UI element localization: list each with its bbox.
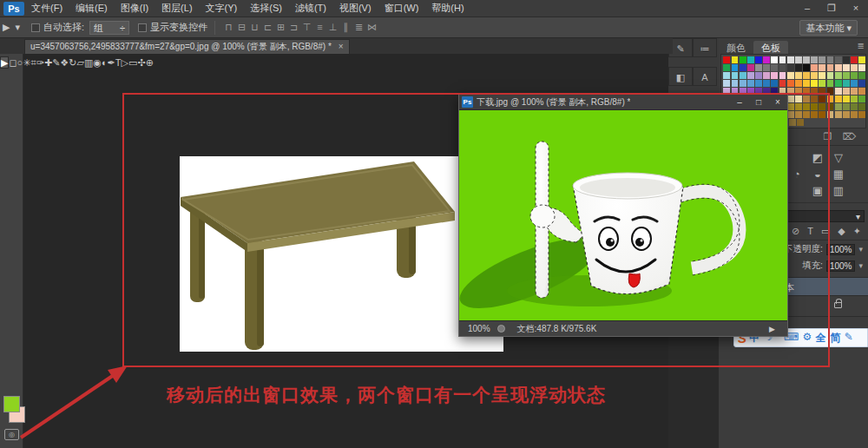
tool-button[interactable]: ▱ bbox=[76, 57, 83, 68]
adjustment-icon[interactable]: ▦ bbox=[832, 168, 845, 181]
color-swatch[interactable] bbox=[747, 80, 754, 87]
color-swatch[interactable] bbox=[747, 64, 754, 71]
color-swatch[interactable] bbox=[732, 80, 739, 87]
chevron-down-icon[interactable]: ▾ bbox=[858, 261, 863, 270]
color-swatch[interactable] bbox=[732, 72, 739, 79]
align-icon[interactable]: ⊓ bbox=[222, 22, 235, 33]
tool-button[interactable]: ▭ bbox=[128, 57, 137, 68]
color-swatch[interactable] bbox=[795, 103, 802, 110]
align-icon[interactable]: ⊟ bbox=[235, 22, 248, 33]
align-icon[interactable]: ⊤ bbox=[300, 22, 313, 33]
tool-button[interactable]: ⊕ bbox=[146, 57, 154, 68]
tool-button[interactable]: ✑ bbox=[36, 57, 44, 68]
color-swatch[interactable] bbox=[851, 64, 858, 71]
adjustment-icon[interactable]: ▽ bbox=[832, 151, 845, 164]
window-control-button[interactable]: – bbox=[795, 3, 819, 14]
show-transform-checkbox[interactable] bbox=[138, 23, 147, 32]
menu-item[interactable]: 文件(F) bbox=[31, 2, 62, 15]
layer-filter-icon[interactable]: ◆ bbox=[838, 226, 845, 237]
align-icon[interactable]: ∥ bbox=[339, 22, 352, 33]
color-swatch[interactable] bbox=[858, 103, 865, 110]
tool-preset-caret-icon[interactable]: ▾ bbox=[15, 22, 20, 33]
color-swatch[interactable] bbox=[851, 72, 858, 79]
color-swatch[interactable] bbox=[779, 80, 786, 87]
color-swatch[interactable] bbox=[827, 88, 834, 95]
layer-filter-icon[interactable]: ▭ bbox=[821, 226, 830, 237]
color-swatch[interactable] bbox=[819, 80, 825, 87]
color-swatch[interactable] bbox=[803, 111, 810, 118]
color-swatch[interactable] bbox=[835, 111, 842, 118]
color-swatch[interactable] bbox=[795, 88, 802, 95]
color-swatch[interactable] bbox=[740, 56, 746, 63]
quick-mask-button[interactable]: ◎ bbox=[4, 429, 19, 440]
window-control-button[interactable]: ❐ bbox=[819, 3, 844, 14]
color-swatch[interactable] bbox=[851, 103, 858, 110]
floating-window-titlebar[interactable]: Ps 下载.jpg @ 100% (背景 副本, RGB/8#) * –□× bbox=[459, 95, 787, 110]
tool-button[interactable]: ▷ bbox=[122, 57, 128, 68]
ime-toolbar-icon[interactable]: ⚙ bbox=[802, 331, 812, 346]
close-tab-icon[interactable]: × bbox=[339, 40, 344, 54]
color-swatch[interactable] bbox=[811, 64, 818, 71]
color-swatch[interactable] bbox=[827, 111, 834, 118]
color-swatch[interactable] bbox=[858, 88, 865, 95]
color-swatch[interactable] bbox=[858, 111, 865, 118]
color-swatch[interactable] bbox=[755, 72, 762, 79]
align-icon[interactable]: ⊥ bbox=[326, 22, 339, 33]
color-swatch[interactable] bbox=[827, 103, 834, 110]
adjustment-icon[interactable]: ◒ bbox=[811, 168, 825, 181]
color-swatch[interactable] bbox=[732, 56, 739, 63]
color-swatch[interactable] bbox=[851, 96, 858, 102]
color-swatch[interactable] bbox=[771, 64, 778, 71]
color-swatch[interactable] bbox=[827, 56, 834, 63]
color-swatch[interactable] bbox=[763, 80, 770, 87]
zoom-level[interactable]: 100% bbox=[468, 324, 490, 333]
color-swatch[interactable] bbox=[851, 88, 858, 95]
panel-menu-icon[interactable]: ≣ bbox=[858, 41, 868, 54]
color-swatch[interactable] bbox=[779, 64, 786, 71]
color-swatch[interactable] bbox=[797, 119, 804, 126]
tool-button[interactable]: ✣ bbox=[137, 57, 145, 68]
tool-button[interactable]: ✚ bbox=[44, 57, 52, 68]
color-swatch[interactable] bbox=[740, 72, 746, 79]
color-swatch[interactable] bbox=[787, 80, 794, 87]
tool-button[interactable]: ▥ bbox=[84, 57, 93, 68]
color-swatch[interactable] bbox=[763, 56, 770, 63]
color-swatch[interactable] bbox=[771, 80, 778, 87]
color-swatch[interactable] bbox=[819, 56, 825, 63]
menu-item[interactable]: 帮助(H) bbox=[431, 2, 464, 15]
menu-item[interactable]: 图层(L) bbox=[161, 2, 192, 15]
tool-button[interactable]: ✎ bbox=[52, 57, 60, 68]
opacity-value[interactable]: 100% bbox=[826, 244, 856, 255]
color-swatch[interactable] bbox=[803, 56, 810, 63]
workspace-switcher[interactable]: 基本功能 ▾ bbox=[799, 20, 858, 36]
color-swatch[interactable] bbox=[763, 64, 770, 71]
tool-button[interactable]: ▶ bbox=[0, 56, 9, 69]
color-swatch[interactable] bbox=[803, 64, 810, 71]
collapsed-panel-icon[interactable]: ◧ bbox=[668, 67, 693, 86]
tool-button[interactable]: ◉ bbox=[93, 57, 102, 68]
color-swatch[interactable] bbox=[740, 80, 746, 87]
color-swatch[interactable] bbox=[819, 96, 825, 102]
color-swatch[interactable] bbox=[811, 56, 818, 63]
menu-item[interactable]: 窗口(W) bbox=[385, 2, 419, 15]
color-swatch[interactable] bbox=[787, 56, 794, 63]
color-swatch[interactable] bbox=[787, 64, 794, 71]
collapsed-panel-icon[interactable]: ≔ bbox=[693, 38, 717, 57]
color-swatch[interactable] bbox=[827, 64, 834, 71]
color-swatch[interactable] bbox=[723, 64, 730, 71]
align-icon[interactable]: ⊔ bbox=[248, 22, 261, 33]
ime-toolbar-icon[interactable]: 全 bbox=[816, 331, 826, 346]
color-swatch[interactable] bbox=[803, 80, 810, 87]
status-arrow-icon[interactable]: ▶ bbox=[769, 325, 775, 333]
menu-item[interactable]: 编辑(E) bbox=[76, 2, 108, 15]
color-swatch[interactable] bbox=[811, 96, 818, 102]
tab-swatches[interactable]: 色板 bbox=[753, 41, 788, 54]
tool-button[interactable]: ✒ bbox=[108, 57, 115, 68]
swatch-action-icon[interactable]: ❐ bbox=[824, 131, 832, 142]
color-swatch[interactable] bbox=[843, 72, 850, 79]
color-swatch[interactable] bbox=[795, 80, 802, 87]
layer-filter-icon[interactable]: ✦ bbox=[853, 226, 861, 237]
color-swatch[interactable] bbox=[819, 88, 825, 95]
color-swatch[interactable] bbox=[851, 56, 858, 63]
color-swatch[interactable] bbox=[803, 96, 810, 102]
